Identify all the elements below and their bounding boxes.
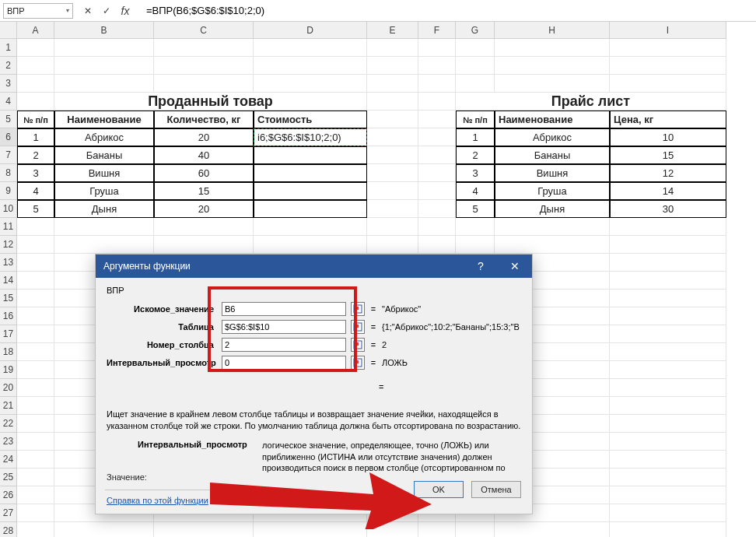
row-headers[interactable]: 1234567891011121314151617181920212223242… bbox=[0, 39, 17, 537]
cell-B12[interactable] bbox=[54, 236, 154, 254]
cell-F12[interactable] bbox=[418, 236, 456, 254]
cell-A26[interactable] bbox=[17, 486, 54, 504]
cell-C11[interactable] bbox=[154, 218, 254, 236]
cell-A28[interactable] bbox=[17, 522, 54, 537]
cell-B4[interactable]: Проданный товар bbox=[54, 93, 367, 111]
cell-H7[interactable]: Бананы bbox=[495, 146, 610, 164]
row-header-21[interactable]: 21 bbox=[0, 397, 17, 415]
cell-I24[interactable] bbox=[610, 451, 726, 469]
cell-E5[interactable] bbox=[367, 111, 418, 128]
col-header-C[interactable]: C bbox=[154, 22, 254, 39]
cell-I11[interactable] bbox=[610, 218, 726, 236]
cell-I26[interactable] bbox=[610, 486, 726, 504]
help-link[interactable]: Справка по этой функции bbox=[107, 496, 208, 505]
row-header-6[interactable]: 6 bbox=[0, 128, 17, 146]
cell-D7[interactable] bbox=[254, 146, 367, 164]
cell-A16[interactable] bbox=[17, 307, 54, 325]
formula-input[interactable] bbox=[140, 3, 753, 19]
cell-B10[interactable]: Дыня bbox=[54, 200, 154, 218]
cell-I28[interactable] bbox=[610, 522, 726, 537]
cell-E7[interactable] bbox=[367, 146, 418, 164]
cell-E10[interactable] bbox=[367, 200, 418, 218]
arg-input-1[interactable] bbox=[222, 320, 346, 334]
cell-D6[interactable]: i6;$G$6:$I$10;2;0) bbox=[254, 128, 367, 146]
row-header-1[interactable]: 1 bbox=[0, 39, 17, 57]
row-header-7[interactable]: 7 bbox=[0, 146, 17, 164]
cell-D5[interactable]: Стоимость bbox=[254, 111, 367, 128]
range-picker-icon[interactable] bbox=[351, 320, 365, 334]
cell-A25[interactable] bbox=[17, 469, 54, 486]
range-picker-icon[interactable] bbox=[351, 356, 365, 370]
cell-H9[interactable]: Груша bbox=[495, 182, 610, 200]
cell-A27[interactable] bbox=[17, 504, 54, 522]
cell-B7[interactable]: Бананы bbox=[54, 146, 154, 164]
range-picker-icon[interactable] bbox=[351, 338, 365, 352]
col-header-E[interactable]: E bbox=[367, 22, 418, 39]
cell-F1[interactable] bbox=[418, 39, 456, 57]
cell-A21[interactable] bbox=[17, 397, 54, 415]
cell-A10[interactable]: 5 bbox=[17, 200, 54, 218]
row-header-13[interactable]: 13 bbox=[0, 254, 17, 272]
row-header-15[interactable]: 15 bbox=[0, 290, 17, 307]
cell-H2[interactable] bbox=[495, 57, 610, 75]
cell-F4[interactable] bbox=[418, 93, 456, 111]
cell-A18[interactable] bbox=[17, 343, 54, 361]
cell-C1[interactable] bbox=[154, 39, 254, 57]
row-header-12[interactable]: 12 bbox=[0, 236, 17, 254]
cell-D9[interactable] bbox=[254, 182, 367, 200]
cell-G9[interactable]: 4 bbox=[456, 182, 495, 200]
cancel-button[interactable]: Отмена bbox=[471, 481, 521, 498]
cell-I27[interactable] bbox=[610, 504, 726, 522]
arg-input-0[interactable] bbox=[222, 302, 346, 316]
cell-H5[interactable]: Наименование bbox=[495, 111, 610, 128]
cell-D8[interactable] bbox=[254, 164, 367, 182]
col-header-G[interactable]: G bbox=[456, 22, 495, 39]
row-header-28[interactable]: 28 bbox=[0, 522, 17, 537]
row-header-4[interactable]: 4 bbox=[0, 93, 17, 111]
cell-G2[interactable] bbox=[456, 57, 495, 75]
cell-I18[interactable] bbox=[610, 343, 726, 361]
cell-C12[interactable] bbox=[154, 236, 254, 254]
cell-C10[interactable]: 20 bbox=[154, 200, 254, 218]
cell-D10[interactable] bbox=[254, 200, 367, 218]
col-header-I[interactable]: I bbox=[610, 22, 726, 39]
cell-I5[interactable]: Цена, кг bbox=[610, 111, 726, 128]
cell-G3[interactable] bbox=[456, 75, 495, 93]
row-header-5[interactable]: 5 bbox=[0, 111, 17, 128]
cell-F2[interactable] bbox=[418, 57, 456, 75]
cell-C7[interactable]: 40 bbox=[154, 146, 254, 164]
column-headers[interactable]: ABCDEFGHI bbox=[17, 22, 726, 39]
row-header-11[interactable]: 11 bbox=[0, 218, 17, 236]
cell-G10[interactable]: 5 bbox=[456, 200, 495, 218]
cell-H6[interactable]: Абрикос bbox=[495, 128, 610, 146]
cell-F28[interactable] bbox=[418, 522, 456, 537]
chevron-down-icon[interactable]: ▾ bbox=[66, 7, 69, 14]
cell-H12[interactable] bbox=[495, 236, 610, 254]
cell-I2[interactable] bbox=[610, 57, 726, 75]
cell-A13[interactable] bbox=[17, 254, 54, 272]
cell-A20[interactable] bbox=[17, 379, 54, 397]
cell-B3[interactable] bbox=[54, 75, 154, 93]
cell-C9[interactable]: 15 bbox=[154, 182, 254, 200]
cell-H8[interactable]: Вишня bbox=[495, 164, 610, 182]
cell-G12[interactable] bbox=[456, 236, 495, 254]
cell-E1[interactable] bbox=[367, 39, 418, 57]
cell-G28[interactable] bbox=[456, 522, 495, 537]
cell-E2[interactable] bbox=[367, 57, 418, 75]
cell-A1[interactable] bbox=[17, 39, 54, 57]
close-icon[interactable]: ✕ bbox=[498, 254, 532, 278]
cell-I3[interactable] bbox=[610, 75, 726, 93]
cell-A2[interactable] bbox=[17, 57, 54, 75]
col-header-H[interactable]: H bbox=[495, 22, 610, 39]
name-box[interactable]: ВПР ▾ bbox=[3, 3, 73, 19]
cell-I17[interactable] bbox=[610, 325, 726, 343]
help-icon[interactable]: ? bbox=[464, 254, 498, 278]
cell-I21[interactable] bbox=[610, 397, 726, 415]
cell-I14[interactable] bbox=[610, 272, 726, 290]
cell-G6[interactable]: 1 bbox=[456, 128, 495, 146]
cell-F9[interactable] bbox=[418, 182, 456, 200]
cell-A15[interactable] bbox=[17, 290, 54, 307]
cell-D1[interactable] bbox=[254, 39, 367, 57]
cell-B9[interactable]: Груша bbox=[54, 182, 154, 200]
accept-formula-icon[interactable]: ✓ bbox=[101, 5, 112, 16]
